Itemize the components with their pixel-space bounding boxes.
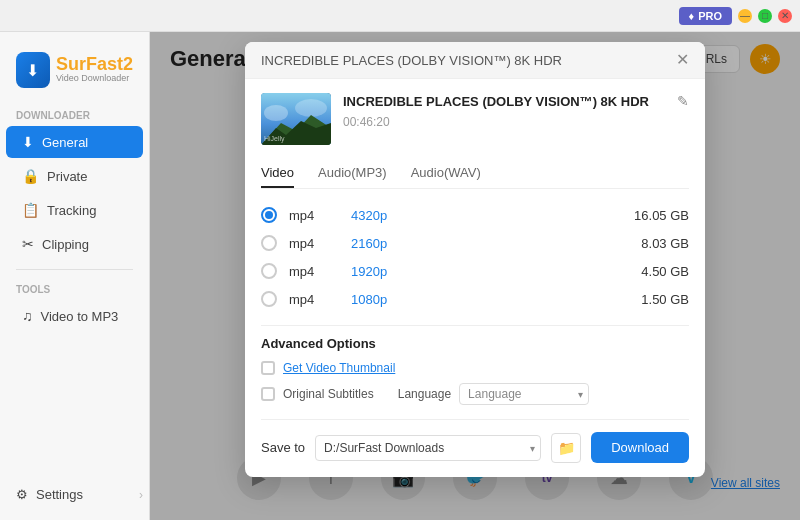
app-name: SurFast2	[56, 55, 133, 73]
tools-section-label: Tools	[0, 278, 149, 299]
sidebar-general-label: General	[42, 135, 88, 150]
private-icon: 🔒	[22, 168, 39, 184]
subtitles-label: Original Subtitles	[283, 387, 374, 401]
pro-icon: ♦	[689, 10, 695, 22]
title-bar: ♦ PRO — □ ✕	[0, 0, 800, 32]
sidebar-item-clipping[interactable]: ✂ Clipping	[6, 228, 143, 260]
save-path-wrapper: D:/SurFast Downloads ▾	[315, 435, 541, 461]
modal-header: INCREDIBLE PLACES (DOLBY VISION™) 8K HDR…	[245, 42, 705, 79]
size-4320p: 16.05 GB	[634, 208, 689, 223]
subtitles-row: Original Subtitles Language Language ▾	[261, 383, 689, 405]
save-to-label: Save to	[261, 440, 305, 455]
svg-point-1	[264, 105, 288, 121]
pro-badge[interactable]: ♦ PRO	[679, 7, 732, 25]
settings-chevron-icon: ›	[139, 488, 143, 502]
download-button[interactable]: Download	[591, 432, 689, 463]
thumb-label: HiJelly	[264, 135, 285, 142]
main-content: General Downloading Finished 📋 Paste URL…	[150, 32, 800, 520]
app-subtitle: Video Downloader	[56, 73, 133, 85]
radio-1920p[interactable]	[261, 263, 277, 279]
tracking-icon: 📋	[22, 202, 39, 218]
sidebar-private-label: Private	[47, 169, 87, 184]
video-title: INCREDIBLE PLACES (DOLBY VISION™) 8K HDR	[343, 93, 665, 111]
language-row: Language Language ▾	[398, 383, 589, 405]
sidebar-item-general[interactable]: ⬇ General	[6, 126, 143, 158]
sidebar-item-video-to-mp3[interactable]: ♫ Video to MP3	[6, 300, 143, 332]
video-info-row: HiJelly INCREDIBLE PLACES (DOLBY VISION™…	[261, 93, 689, 145]
video-to-mp3-icon: ♫	[22, 308, 33, 324]
language-select-wrapper: Language ▾	[459, 383, 589, 405]
language-select[interactable]: Language	[459, 383, 589, 405]
format-4320p: mp4	[289, 208, 339, 223]
advanced-options: Advanced Options Get Video Thumbnail Ori…	[261, 325, 689, 405]
minimize-button[interactable]: —	[738, 9, 752, 23]
size-1080p: 1.50 GB	[641, 292, 689, 307]
clipping-icon: ✂	[22, 236, 34, 252]
app-body: ⬇ SurFast2 Video Downloader Downloader ⬇…	[0, 32, 800, 520]
thumbnail-label[interactable]: Get Video Thumbnail	[283, 361, 395, 375]
save-path-select[interactable]: D:/SurFast Downloads	[315, 435, 541, 461]
sidebar-item-tracking[interactable]: 📋 Tracking	[6, 194, 143, 226]
quality-2160p[interactable]: mp4 2160p 8.03 GB	[261, 229, 689, 257]
general-icon: ⬇	[22, 134, 34, 150]
browse-folder-button[interactable]: 📁	[551, 433, 581, 463]
radio-4320p[interactable]	[261, 207, 277, 223]
quality-1920p[interactable]: mp4 1920p 4.50 GB	[261, 257, 689, 285]
video-duration: 00:46:20	[343, 115, 665, 129]
settings-item[interactable]: ⚙ Settings	[6, 479, 139, 510]
sidebar-clipping-label: Clipping	[42, 237, 89, 252]
format-1080p: mp4	[289, 292, 339, 307]
advanced-title: Advanced Options	[261, 336, 689, 351]
sidebar-video-to-mp3-label: Video to MP3	[41, 309, 119, 324]
video-thumbnail: HiJelly	[261, 93, 331, 145]
downloader-section-label: Downloader	[0, 104, 149, 125]
tab-mp3[interactable]: Audio(MP3)	[318, 159, 387, 188]
modal-close-button[interactable]: ✕	[676, 52, 689, 68]
size-2160p: 8.03 GB	[641, 236, 689, 251]
res-2160p: 2160p	[351, 236, 411, 251]
folder-icon: 📁	[558, 440, 575, 456]
format-1920p: mp4	[289, 264, 339, 279]
settings-label: Settings	[36, 487, 83, 502]
svg-point-2	[295, 99, 327, 117]
thumbnail-checkbox[interactable]	[261, 361, 275, 375]
save-row: Save to D:/SurFast Downloads ▾ 📁 Downloa…	[261, 419, 689, 463]
app-logo-icon: ⬇	[16, 52, 50, 88]
subtitles-checkbox[interactable]	[261, 387, 275, 401]
sidebar: ⬇ SurFast2 Video Downloader Downloader ⬇…	[0, 32, 150, 520]
pro-label: PRO	[698, 10, 722, 22]
res-4320p: 4320p	[351, 208, 411, 223]
radio-1080p[interactable]	[261, 291, 277, 307]
download-modal: INCREDIBLE PLACES (DOLBY VISION™) 8K HDR…	[245, 42, 705, 477]
video-meta: INCREDIBLE PLACES (DOLBY VISION™) 8K HDR…	[343, 93, 665, 129]
radio-2160p[interactable]	[261, 235, 277, 251]
logo-area: ⬇ SurFast2 Video Downloader	[0, 42, 149, 104]
format-2160p: mp4	[289, 236, 339, 251]
quality-4320p[interactable]: mp4 4320p 16.05 GB	[261, 201, 689, 229]
modal-overlay: INCREDIBLE PLACES (DOLBY VISION™) 8K HDR…	[150, 32, 800, 520]
modal-body: HiJelly INCREDIBLE PLACES (DOLBY VISION™…	[245, 79, 705, 477]
tab-wav[interactable]: Audio(WAV)	[411, 159, 481, 188]
quality-list: mp4 4320p 16.05 GB mp4 2160p 8.03 GB	[261, 201, 689, 313]
close-button[interactable]: ✕	[778, 9, 792, 23]
sidebar-divider	[16, 269, 133, 270]
modal-title: INCREDIBLE PLACES (DOLBY VISION™) 8K HDR	[261, 53, 562, 68]
settings-icon: ⚙	[16, 487, 28, 502]
thumbnail-row: Get Video Thumbnail	[261, 361, 689, 375]
format-tabs: Video Audio(MP3) Audio(WAV)	[261, 159, 689, 189]
sidebar-footer: ⚙ Settings ›	[0, 469, 149, 520]
size-1920p: 4.50 GB	[641, 264, 689, 279]
tab-video[interactable]: Video	[261, 159, 294, 188]
res-1920p: 1920p	[351, 264, 411, 279]
language-label: Language	[398, 387, 451, 401]
sidebar-item-private[interactable]: 🔒 Private	[6, 160, 143, 192]
res-1080p: 1080p	[351, 292, 411, 307]
quality-1080p[interactable]: mp4 1080p 1.50 GB	[261, 285, 689, 313]
radio-dot-4320p	[265, 211, 273, 219]
edit-icon[interactable]: ✎	[677, 93, 689, 109]
maximize-button[interactable]: □	[758, 9, 772, 23]
sidebar-tracking-label: Tracking	[47, 203, 96, 218]
